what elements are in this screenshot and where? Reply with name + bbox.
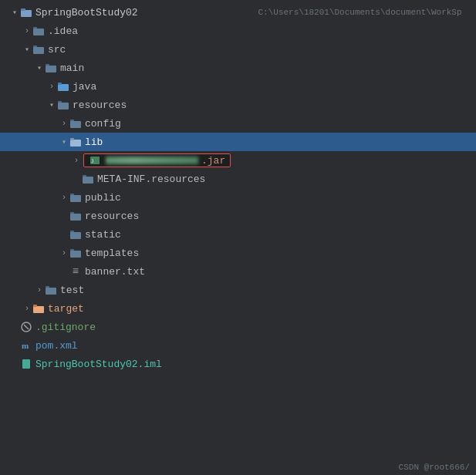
svg-rect-23 — [70, 212, 74, 214]
public-arrow[interactable] — [59, 192, 69, 203]
src-arrow[interactable] — [22, 44, 32, 55]
config-label: config — [85, 118, 476, 130]
public-folder-icon — [69, 191, 82, 204]
src-label: src — [48, 44, 476, 56]
svg-rect-27 — [70, 249, 74, 251]
svg-text:m: m — [22, 341, 29, 350]
jar-item[interactable]: J .jar — [0, 151, 476, 170]
maven-icon: m — [20, 339, 32, 352]
pom-label: pom.xml — [35, 340, 476, 352]
templates-item[interactable]: templates — [0, 244, 476, 262]
svg-rect-8 — [58, 84, 69, 91]
project-path-label: C:\Users\18201\Documents\document\WorkSp — [258, 8, 477, 17]
svg-rect-28 — [46, 288, 56, 295]
meta-inf-item[interactable]: META-INF.resources — [0, 170, 476, 188]
svg-rect-15 — [70, 138, 74, 140]
idea-folder-icon — [32, 25, 45, 37]
svg-rect-9 — [58, 83, 62, 85]
config-arrow[interactable] — [59, 118, 69, 129]
target-arrow[interactable] — [22, 303, 32, 314]
main-item[interactable]: main — [0, 59, 476, 77]
svg-rect-29 — [46, 286, 49, 288]
test-item[interactable]: test — [0, 281, 476, 299]
idea-item[interactable]: .idea — [0, 22, 476, 40]
jar-ext-label: .jar — [201, 155, 225, 167]
resources-label: resources — [73, 99, 476, 111]
static-item[interactable]: static — [0, 225, 476, 244]
svg-rect-4 — [33, 47, 44, 54]
svg-rect-3 — [33, 27, 37, 29]
resources-folder-icon — [57, 99, 69, 111]
test-label: test — [60, 285, 476, 296]
svg-rect-1 — [21, 8, 25, 11]
idea-arrow[interactable] — [22, 25, 32, 36]
svg-rect-6 — [46, 66, 56, 72]
idea-label: .idea — [48, 25, 476, 37]
svg-rect-22 — [70, 214, 81, 221]
svg-rect-35 — [22, 359, 30, 369]
svg-rect-18 — [83, 177, 93, 184]
meta-inf-folder-icon — [82, 173, 94, 185]
static-folder-icon — [69, 228, 82, 241]
templates-arrow[interactable] — [59, 248, 69, 258]
svg-rect-24 — [70, 232, 81, 239]
svg-rect-5 — [33, 45, 37, 48]
main-arrow[interactable] — [34, 62, 45, 73]
svg-rect-10 — [58, 103, 69, 109]
gitignore-item[interactable]: .gitignore — [0, 318, 476, 336]
resources2-folder-icon — [69, 210, 82, 222]
config-item[interactable]: config — [0, 114, 476, 133]
svg-rect-31 — [33, 305, 37, 307]
lib-item[interactable]: lib — [0, 133, 476, 151]
templates-folder-icon — [69, 247, 82, 259]
java-label: java — [73, 81, 476, 93]
banner-item[interactable]: banner.txt — [0, 262, 476, 281]
svg-rect-19 — [83, 175, 86, 177]
svg-rect-20 — [70, 195, 81, 202]
templates-label: templates — [85, 248, 476, 259]
resources2-label: resources — [85, 211, 476, 222]
iml-file-icon — [20, 358, 32, 370]
svg-rect-12 — [70, 121, 81, 128]
svg-rect-21 — [70, 194, 74, 196]
java-item[interactable]: java — [0, 77, 476, 96]
lib-folder-icon — [69, 136, 82, 148]
project-name-label: SpringBootStudy02 — [35, 7, 254, 19]
bottom-bar: CSDN @root666/ — [399, 460, 470, 475]
svg-rect-26 — [70, 251, 81, 258]
file-tree: SpringBootStudy02 C:\Users\18201\Documen… — [0, 0, 476, 475]
lib-arrow[interactable] — [59, 136, 69, 147]
static-label: static — [85, 229, 476, 241]
iml-label: SpringBootStudy02.iml — [35, 359, 476, 370]
jar-blurred-name — [106, 157, 198, 164]
resources-arrow[interactable] — [46, 99, 57, 110]
gitignore-label: .gitignore — [35, 322, 476, 333]
bottom-bar-text: CSDN @root666/ — [399, 463, 470, 472]
svg-rect-11 — [58, 101, 62, 103]
lib-label: lib — [85, 136, 476, 148]
jar-file-box: J .jar — [83, 153, 231, 167]
resources-item[interactable]: resources — [0, 96, 476, 114]
target-item[interactable]: target — [0, 299, 476, 318]
iml-item[interactable]: SpringBootStudy02.iml — [0, 355, 476, 373]
text-file-lines-icon — [73, 265, 79, 278]
project-folder-icon — [20, 6, 32, 19]
target-label: target — [48, 303, 476, 315]
pom-item[interactable]: m pom.xml — [0, 336, 476, 355]
project-arrow[interactable] — [9, 7, 20, 18]
java-arrow[interactable] — [46, 81, 57, 92]
public-item[interactable]: public — [0, 188, 476, 207]
test-arrow[interactable] — [34, 285, 45, 295]
svg-rect-2 — [33, 29, 44, 35]
gitignore-icon — [20, 321, 32, 333]
svg-line-33 — [24, 325, 29, 329]
resources2-item[interactable]: resources — [0, 207, 476, 225]
public-label: public — [85, 192, 476, 204]
jar-arrow[interactable] — [71, 155, 82, 166]
test-folder-icon — [45, 284, 57, 296]
java-folder-icon — [57, 80, 69, 93]
src-item[interactable]: src — [0, 40, 476, 59]
target-folder-icon — [32, 302, 45, 315]
project-root-item[interactable]: SpringBootStudy02 C:\Users\18201\Documen… — [0, 3, 476, 22]
main-label: main — [60, 62, 476, 74]
